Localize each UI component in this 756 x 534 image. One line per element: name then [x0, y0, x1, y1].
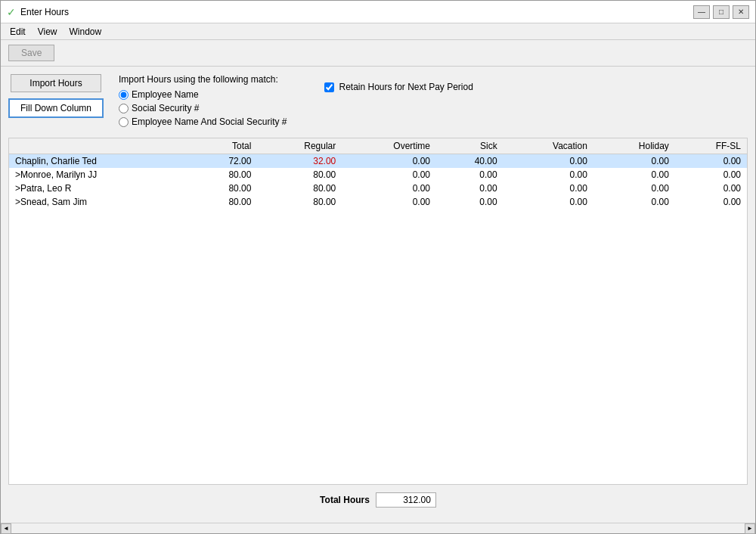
col-header-vacation: Vacation: [503, 138, 593, 154]
retain-section: Retain Hours for Next Pay Period: [324, 74, 472, 92]
col-header-ff-sl: FF-SL: [675, 138, 747, 154]
cell-sick: 40.00: [436, 154, 503, 169]
col-header-holiday: Holiday: [593, 138, 675, 154]
table-header-row: Total Regular Overtime Sick Vacation Hol…: [9, 138, 747, 154]
cell-sick: 0.00: [436, 182, 503, 195]
save-button: Save: [8, 45, 54, 61]
cell-total: 80.00: [191, 168, 258, 182]
total-hours-label: Total Hours: [320, 495, 370, 505]
cell-name: >Patra, Leo R: [9, 182, 191, 195]
hours-table-container[interactable]: Total Regular Overtime Sick Vacation Hol…: [8, 138, 748, 485]
cell-vacation: 0.00: [503, 195, 593, 209]
cell-vacation: 0.00: [503, 182, 593, 195]
col-header-name: [9, 138, 191, 154]
cell-regular: 32.00: [257, 154, 342, 169]
col-header-overtime: Overtime: [342, 138, 436, 154]
retain-label: Retain Hours for Next Pay Period: [339, 82, 472, 92]
retain-checkbox[interactable]: [324, 82, 334, 92]
scroll-left-button[interactable]: ◄: [1, 523, 11, 534]
radio-both[interactable]: [119, 117, 129, 127]
table-row[interactable]: >Monroe, Marilyn JJ80.0080.000.000.000.0…: [9, 168, 747, 182]
table-row[interactable]: >Patra, Leo R80.0080.000.000.000.000.000…: [9, 182, 747, 195]
cell-ff-sl: 0.00: [675, 182, 747, 195]
cell-regular: 80.00: [257, 182, 342, 195]
col-header-sick: Sick: [436, 138, 503, 154]
hours-table: Total Regular Overtime Sick Vacation Hol…: [9, 138, 747, 209]
cell-holiday: 0.00: [593, 182, 675, 195]
cell-total: 72.00: [191, 154, 258, 169]
cell-overtime: 0.00: [342, 195, 436, 209]
window-title: Enter Hours: [20, 7, 69, 17]
table-row[interactable]: Chaplin, Charlie Ted72.0032.000.0040.000…: [9, 154, 747, 169]
match-label: Import Hours using the following match:: [119, 74, 287, 85]
cell-total: 80.00: [191, 182, 258, 195]
cell-sick: 0.00: [436, 168, 503, 182]
cell-regular: 80.00: [257, 195, 342, 209]
table-row[interactable]: >Snead, Sam Jim80.0080.000.000.000.000.0…: [9, 195, 747, 209]
menu-view[interactable]: View: [32, 25, 64, 39]
import-hours-button[interactable]: Import Hours: [11, 74, 101, 92]
cell-vacation: 0.00: [503, 154, 593, 169]
window-controls: — □ ✕: [693, 5, 749, 19]
cell-name: >Snead, Sam Jim: [9, 195, 191, 209]
radio-employee-name-label: Employee Name: [132, 89, 199, 100]
main-window: ✓ Enter Hours — □ ✕ Edit View Window Sav…: [0, 0, 756, 534]
radio-option-both[interactable]: Employee Name And Social Security #: [119, 116, 287, 127]
radio-both-label: Employee Name And Social Security #: [132, 116, 287, 127]
cell-ff-sl: 0.00: [675, 154, 747, 169]
col-header-regular: Regular: [257, 138, 342, 154]
app-icon: ✓: [7, 6, 16, 18]
cell-holiday: 0.00: [593, 154, 675, 169]
radio-option-ssn[interactable]: Social Security #: [119, 103, 287, 113]
menu-bar: Edit View Window: [1, 23, 755, 40]
total-hours-input: [376, 492, 436, 508]
cell-ff-sl: 0.00: [675, 168, 747, 182]
cell-sick: 0.00: [436, 195, 503, 209]
maximize-button[interactable]: □: [713, 5, 730, 19]
scroll-track[interactable]: [11, 523, 745, 533]
toolbar: Save: [1, 40, 755, 67]
cell-vacation: 0.00: [503, 168, 593, 182]
cell-overtime: 0.00: [342, 154, 436, 169]
fill-down-column-button[interactable]: Fill Down Column: [8, 98, 104, 118]
col-header-total: Total: [191, 138, 258, 154]
footer: Total Hours: [8, 485, 748, 515]
cell-overtime: 0.00: [342, 168, 436, 182]
menu-window[interactable]: Window: [63, 25, 107, 39]
close-button[interactable]: ✕: [733, 5, 749, 19]
radio-employee-name[interactable]: [119, 90, 129, 100]
radio-option-employee-name[interactable]: Employee Name: [119, 89, 287, 100]
cell-holiday: 0.00: [593, 168, 675, 182]
cell-name: >Monroe, Marilyn JJ: [9, 168, 191, 182]
cell-ff-sl: 0.00: [675, 195, 747, 209]
match-options: Import Hours using the following match: …: [119, 74, 287, 127]
cell-total: 80.00: [191, 195, 258, 209]
title-bar: ✓ Enter Hours — □ ✕: [1, 1, 755, 23]
cell-holiday: 0.00: [593, 195, 675, 209]
scroll-right-button[interactable]: ►: [745, 523, 755, 534]
top-controls: Import Hours Fill Down Column Import Hou…: [8, 74, 748, 127]
cell-regular: 80.00: [257, 168, 342, 182]
cell-overtime: 0.00: [342, 182, 436, 195]
menu-edit[interactable]: Edit: [4, 25, 32, 39]
title-bar-left: ✓ Enter Hours: [7, 6, 69, 18]
radio-ssn-label: Social Security #: [132, 103, 199, 113]
cell-name: Chaplin, Charlie Ted: [9, 154, 191, 169]
content-area: Import Hours Fill Down Column Import Hou…: [1, 67, 755, 523]
radio-ssn[interactable]: [119, 104, 129, 113]
minimize-button[interactable]: —: [693, 5, 710, 19]
horizontal-scrollbar[interactable]: ◄ ►: [1, 523, 755, 533]
left-buttons: Import Hours Fill Down Column: [8, 74, 104, 118]
